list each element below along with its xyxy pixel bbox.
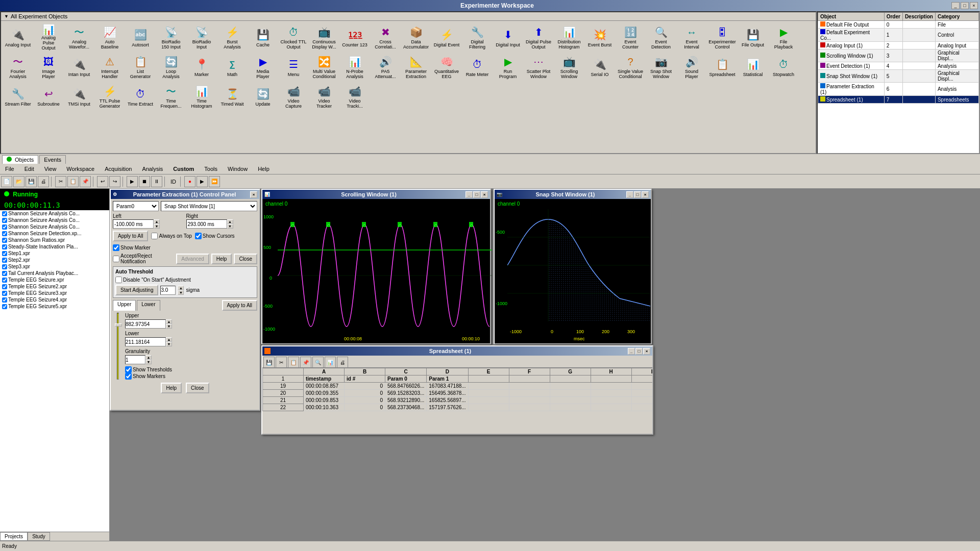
icon-analog-input[interactable]: 🔌Analog Input (3, 23, 33, 52)
icon-time-freq[interactable]: 〜Time Frequen... (156, 82, 186, 111)
tb-record[interactable]: ● (184, 176, 195, 187)
icon-file-output[interactable]: 💾File Output (738, 23, 768, 52)
icon-time-extract[interactable]: ⏱Time Extract (126, 82, 155, 111)
menu-help[interactable]: Help (255, 165, 273, 173)
list-item[interactable]: Shannon Sum Ratios.xpr (0, 237, 109, 243)
snap-win-controls[interactable]: _ □ × (626, 191, 649, 198)
icon-fourier[interactable]: 〜Fourier Analysis (3, 53, 33, 81)
close-button[interactable]: × (970, 2, 978, 9)
icon-run-program[interactable]: ▶Run Program (493, 53, 523, 81)
col-b-header[interactable]: B (345, 368, 385, 375)
icon-scatter[interactable]: ⋯Scatter Plot Window (524, 53, 553, 81)
icon-single-value[interactable]: ?Single Value Conditional (616, 53, 645, 81)
proj-tab-study[interactable]: Study (28, 532, 50, 541)
tb-paste[interactable]: 📌 (80, 176, 91, 187)
tb-play2[interactable]: ▶ (197, 176, 208, 187)
close-btn2[interactable]: Close (186, 383, 209, 393)
tb-copy[interactable]: 📋 (67, 176, 79, 187)
icon-video-capture[interactable]: 📹Video Capture (279, 82, 308, 111)
icon-burst[interactable]: ⚡Burst Analysis (217, 23, 247, 52)
gran-spin[interactable]: ▲ ▼ (145, 355, 152, 364)
icon-digital-event[interactable]: ⚡Digital Event (432, 23, 461, 52)
scroll-win-close[interactable]: × (481, 191, 488, 198)
apply-all-btn2[interactable]: Apply to All (222, 300, 257, 311)
table-row[interactable]: Default File Output 0File (818, 21, 979, 29)
scroll-win-controls[interactable]: _ □ × (465, 191, 488, 198)
icon-digital-filter[interactable]: 🔧Digital Filtering (462, 23, 492, 52)
icon-multi-value[interactable]: 🔀Multi Value Conditional (309, 53, 339, 81)
menu-edit[interactable]: Edit (21, 165, 37, 173)
table-row[interactable]: Scrolling Window (1) 3Graphical Displ... (818, 49, 979, 62)
list-item[interactable]: Temple EEG Seizure3.xpr (0, 290, 109, 296)
list-item[interactable]: Shannon Seizure Analysis Co... (0, 223, 109, 230)
proj-tab-projects[interactable]: Projects (0, 532, 28, 541)
list-item[interactable]: Step3.xpr (0, 263, 109, 270)
menu-acquisition[interactable]: Acquisition (102, 165, 135, 173)
sheet-win-close[interactable]: × (643, 348, 650, 355)
icon-list-gen[interactable]: 📋List Generator (126, 53, 155, 81)
param-win-close-btn[interactable]: × (250, 191, 257, 198)
menu-file[interactable]: File (2, 165, 17, 173)
col-h-header[interactable]: H (591, 368, 631, 375)
sheet-tb-4[interactable]: 📌 (300, 357, 311, 368)
list-item[interactable]: Shannon Seizure Analysis Co... (0, 217, 109, 223)
table-row[interactable]: Default Experiment Co... 1Control (818, 29, 979, 42)
icon-bioradio150[interactable]: 📡BioRadio 150 Input (156, 23, 186, 52)
table-row[interactable]: Spreadsheet (1) 7Spreadsheets (818, 96, 979, 104)
icon-interrupt[interactable]: ⚠Interrupt Handler (95, 53, 125, 81)
snap-win-close[interactable]: × (642, 191, 649, 198)
icon-serial-io[interactable]: 🔌Serial IO (585, 53, 615, 81)
show-marker-cb[interactable] (113, 244, 119, 251)
list-item[interactable]: Temple EEG Seizure4.xpr (0, 296, 109, 303)
upper-spin[interactable]: ▲ ▼ (166, 319, 172, 329)
col-a-header[interactable]: A (304, 368, 345, 375)
window-controls[interactable]: _ □ × (951, 2, 978, 9)
menu-tools[interactable]: Tools (201, 165, 220, 173)
list-item[interactable]: Step2.xpr (0, 257, 109, 263)
left-input[interactable] (113, 219, 154, 229)
icon-digital-pulse[interactable]: ⬆Digital Pulse Output (524, 23, 553, 52)
icon-statistical[interactable]: 📊Statistical (738, 53, 768, 81)
icon-time-hist[interactable]: 📊Time Histogram (187, 82, 216, 111)
advanced-btn[interactable]: Advanced (176, 254, 209, 264)
upper-tab[interactable]: Upper (113, 300, 136, 311)
tb-new[interactable]: 📄 (1, 176, 12, 187)
always-on-top-cb[interactable] (151, 233, 158, 239)
granularity-input[interactable] (125, 355, 145, 364)
tb-stop[interactable]: ⏹ (139, 176, 150, 187)
icon-bioradio[interactable]: 📡BioRadio Input (187, 23, 216, 52)
tb-open[interactable]: 📂 (13, 176, 24, 187)
sheet-win-min[interactable]: _ (628, 348, 635, 355)
icon-math[interactable]: ∑Math (217, 53, 247, 81)
sheet-tb-1[interactable]: 💾 (263, 357, 275, 368)
icon-autosort[interactable]: 🔤Autosort (126, 23, 155, 52)
icon-media-player[interactable]: ▶Media Player (248, 53, 278, 81)
snap-shot-selector[interactable]: Snap Shot Window [1] (161, 201, 257, 211)
col-e-header[interactable]: E (468, 368, 509, 375)
icon-event-burst[interactable]: 💥Event Burst (585, 23, 615, 52)
icon-loop[interactable]: 🔄Loop Analysis (156, 53, 186, 81)
disable-on-start-cb[interactable] (115, 277, 122, 283)
col-g-header[interactable]: G (550, 368, 591, 375)
help-btn[interactable]: Help (211, 254, 232, 264)
show-thresholds-cb[interactable] (125, 366, 132, 373)
show-markers-cb[interactable] (125, 373, 132, 380)
menu-analysis[interactable]: Analysis (139, 165, 166, 173)
left-spin[interactable]: ▲ ▼ (154, 219, 160, 229)
icon-subroutine[interactable]: ↩Subroutine (34, 82, 63, 111)
sheet-tb-7[interactable]: 🖨 (337, 357, 348, 368)
table-row[interactable]: 21 000:00:09.853 0 568.93212890... 16582… (263, 397, 653, 404)
lower-val-input[interactable] (125, 337, 166, 346)
icon-rate-meter[interactable]: ⏱Rate Meter (462, 53, 492, 81)
tb-undo[interactable]: ↩ (97, 176, 108, 187)
icon-event-interval[interactable]: ↔Event Interval (677, 23, 706, 52)
sheet-tb-3[interactable]: 📋 (288, 357, 299, 368)
icon-sound[interactable]: 🔊Sound Player (677, 53, 706, 81)
param-selector[interactable]: Param0 (113, 201, 159, 211)
icon-counter[interactable]: 1̲2̲3̲Counter 123 (340, 23, 370, 52)
icon-continuous[interactable]: 📺Continuous Display W... (309, 23, 339, 52)
accept-reject-cb[interactable] (113, 256, 119, 262)
icon-cache[interactable]: 💾Cache (248, 23, 278, 52)
icon-clocked-ttl[interactable]: ⏱Clocked TTL Output (279, 23, 308, 52)
menu-window[interactable]: Window (225, 165, 251, 173)
